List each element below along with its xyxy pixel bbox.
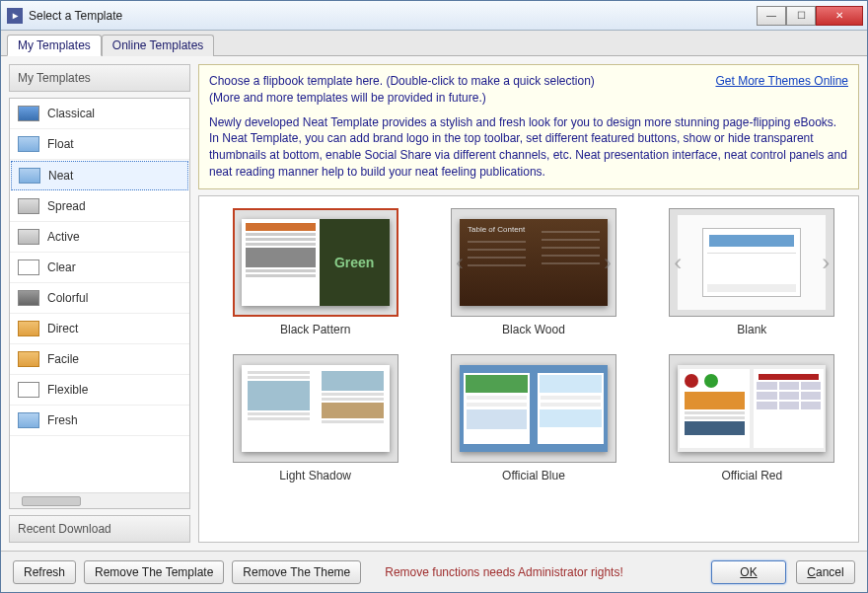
- sidebar-item-classical[interactable]: Classical: [10, 99, 189, 129]
- thumb-cell-black-pattern: GreenBlack Pattern: [211, 208, 419, 336]
- sidebar-item-label: Clear: [47, 260, 76, 274]
- close-button[interactable]: ✕: [816, 6, 863, 26]
- info-box: Get More Themes Online Choose a flipbook…: [198, 64, 859, 189]
- sidebar-item-spread[interactable]: Spread: [10, 191, 189, 222]
- minimize-button[interactable]: —: [757, 6, 786, 26]
- recent-download-header[interactable]: Recent Download: [9, 515, 190, 543]
- sidebar-item-label: Spread: [47, 199, 86, 213]
- content-area: My Templates ClassicalFloatNeatSpreadAct…: [1, 56, 867, 551]
- app-icon: ▸: [7, 8, 23, 24]
- window-root: ▸ Select a Template — ☐ ✕ My Templates O…: [0, 0, 868, 593]
- info-description: Newly developed Neat Template provides a…: [209, 114, 848, 181]
- sidebar-item-colorful[interactable]: Colorful: [10, 283, 189, 314]
- template-icon: [18, 106, 39, 121]
- thumbnails-grid: GreenBlack PatternTable of Content‹›Blac…: [211, 208, 856, 482]
- maximize-button[interactable]: ☐: [786, 6, 816, 26]
- thumb-black-wood[interactable]: Table of Content‹›: [451, 208, 616, 317]
- thumb-cell-black-wood: Table of Content‹›Black Wood: [429, 208, 637, 336]
- thumb-cell-official-red: Official Red: [648, 354, 856, 482]
- more-themes-link[interactable]: Get More Themes Online: [715, 73, 848, 90]
- sidebar-item-flexible[interactable]: Flexible: [10, 375, 189, 406]
- sidebar-item-label: Facile: [47, 352, 79, 366]
- sidebar-item-label: Colorful: [47, 291, 88, 305]
- tab-my-templates[interactable]: My Templates: [7, 35, 102, 56]
- thumb-cell-blank: ‹›Blank: [648, 208, 856, 336]
- info-line2: (More and more templates will be provide…: [209, 90, 848, 107]
- sidebar-item-label: Float: [47, 137, 74, 151]
- template-icon: [18, 136, 39, 152]
- thumb-label: Official Red: [721, 469, 782, 482]
- window-title: Select a Template: [29, 9, 757, 23]
- thumb-label: Official Blue: [502, 469, 565, 482]
- sidebar-item-label: Neat: [48, 169, 73, 183]
- remove-theme-button[interactable]: Remove The Theme: [232, 560, 361, 584]
- template-icon: [18, 259, 39, 275]
- sidebar-header[interactable]: My Templates: [9, 64, 190, 92]
- main-panel: Get More Themes Online Choose a flipbook…: [198, 64, 859, 543]
- thumb-label: Black Pattern: [280, 323, 350, 336]
- thumb-label: Light Shadow: [279, 469, 351, 482]
- sidebar-item-label: Active: [47, 230, 80, 244]
- refresh-button[interactable]: Refresh: [13, 560, 76, 584]
- thumb-blank[interactable]: ‹›: [669, 208, 834, 317]
- tab-strip: My Templates Online Templates: [1, 31, 867, 56]
- thumb-label: Black Wood: [502, 323, 565, 336]
- sidebar-item-clear[interactable]: Clear: [10, 253, 189, 283]
- template-list[interactable]: ClassicalFloatNeatSpreadActiveClearColor…: [10, 99, 189, 492]
- template-icon: [19, 168, 40, 184]
- sidebar-item-label: Flexible: [47, 383, 88, 397]
- template-list-panel: ClassicalFloatNeatSpreadActiveClearColor…: [9, 98, 190, 509]
- sidebar-item-facile[interactable]: Facile: [10, 344, 189, 375]
- thumb-black-pattern[interactable]: Green: [233, 208, 398, 317]
- template-icon: [18, 351, 39, 367]
- thumb-light-shadow[interactable]: [233, 354, 398, 463]
- cancel-button[interactable]: Cancel: [796, 560, 855, 584]
- admin-note: Remove functions needs Administrator rig…: [385, 565, 703, 579]
- footer: Refresh Remove The Template Remove The T…: [1, 551, 867, 592]
- window-controls: — ☐ ✕: [757, 6, 863, 26]
- template-icon: [18, 290, 39, 306]
- template-icon: [18, 198, 39, 214]
- sidebar-item-label: Fresh: [47, 413, 78, 427]
- thumb-cell-light-shadow: Light Shadow: [211, 354, 419, 482]
- remove-template-button[interactable]: Remove The Template: [84, 560, 224, 584]
- sidebar-item-label: Classical: [47, 107, 95, 120]
- thumb-cell-official-blue: Official Blue: [429, 354, 637, 482]
- titlebar: ▸ Select a Template — ☐ ✕: [1, 1, 867, 31]
- thumb-label: Blank: [737, 323, 766, 336]
- template-icon: [18, 321, 39, 336]
- sidebar-item-float[interactable]: Float: [10, 129, 189, 160]
- sidebar-item-direct[interactable]: Direct: [10, 314, 189, 344]
- sidebar-item-fresh[interactable]: Fresh: [10, 406, 189, 436]
- sidebar-item-neat[interactable]: Neat: [11, 161, 188, 190]
- template-icon: [18, 382, 39, 398]
- thumb-official-red[interactable]: [669, 354, 834, 463]
- template-icon: [18, 229, 39, 245]
- thumb-official-blue[interactable]: [451, 354, 616, 463]
- thumbnails-panel[interactable]: GreenBlack PatternTable of Content‹›Blac…: [198, 195, 859, 543]
- sidebar-item-label: Direct: [47, 322, 78, 335]
- ok-button[interactable]: OK: [711, 560, 786, 584]
- sidebar-item-active[interactable]: Active: [10, 222, 189, 253]
- sidebar: My Templates ClassicalFloatNeatSpreadAct…: [9, 64, 190, 543]
- horizontal-scrollbar[interactable]: [10, 492, 189, 508]
- template-icon: [18, 412, 39, 428]
- tab-online-templates[interactable]: Online Templates: [102, 35, 215, 56]
